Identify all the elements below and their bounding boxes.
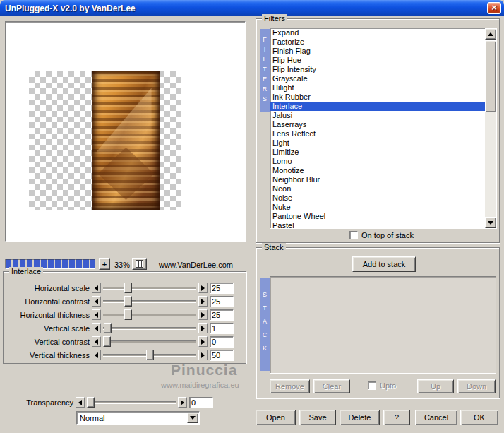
filter-item-light[interactable]: Light: [270, 138, 485, 148]
filter-item-factorize[interactable]: Factorize: [270, 37, 485, 47]
slider-row-horizontal-contrast: Horizontal contrast: [6, 295, 243, 308]
filter-item-neighbor-blur[interactable]: Neighbor Blur: [270, 175, 485, 184]
slider-value-input[interactable]: [210, 323, 234, 334]
filter-item-ink-rubber[interactable]: Ink Rubber: [270, 93, 485, 102]
slider-thumb[interactable]: [124, 283, 132, 293]
right-triangle-icon: [201, 299, 208, 304]
preview-panel[interactable]: [5, 21, 246, 242]
filter-item-flip-hue[interactable]: Flip Hue: [270, 56, 485, 65]
slider-value-input[interactable]: [189, 397, 213, 408]
slider-right-arrow[interactable]: [198, 323, 208, 333]
save-button[interactable]: Save: [299, 410, 336, 425]
filter-item-interlace[interactable]: Interlace: [270, 102, 485, 111]
slider-row-transparency: Transparency: [3, 396, 216, 409]
titlebar[interactable]: UnPlugged-X v2.0 by VanDerLee ×: [0, 0, 504, 16]
clear-button[interactable]: Clear: [313, 379, 350, 393]
slider-track[interactable]: [103, 322, 196, 334]
left-triangle-icon: [92, 285, 98, 291]
filter-item-grayscale[interactable]: Grayscale: [270, 74, 485, 83]
filter-item-nuke[interactable]: Nuke: [270, 203, 485, 212]
on-top-of-stack-label: On top of stack: [361, 231, 414, 239]
unplugged-x-dialog: UnPlugged-X v2.0 by VanDerLee × + 33% ww…: [0, 0, 504, 433]
slider-label: Vertical thickness: [6, 351, 90, 360]
slider-track[interactable]: [103, 295, 196, 307]
filter-item-neon[interactable]: Neon: [270, 184, 485, 194]
filter-item-finish-flag[interactable]: Finish Flag: [270, 47, 485, 56]
window-title: UnPlugged-X v2.0 by VanDerLee: [5, 4, 487, 13]
filter-item-laserrays[interactable]: Laserrays: [270, 120, 485, 129]
slider-left-arrow[interactable]: [92, 323, 101, 333]
stack-list[interactable]: [270, 276, 496, 374]
zoom-in-button[interactable]: +: [99, 258, 110, 270]
slider-value-input[interactable]: [210, 283, 234, 294]
slider-value-input[interactable]: [210, 296, 234, 307]
filter-item-monotize[interactable]: Monotize: [270, 166, 485, 175]
slider-track[interactable]: [103, 349, 196, 361]
upto-checkbox[interactable]: [368, 381, 376, 390]
slider-value-input[interactable]: [210, 350, 234, 361]
interlace-group: Interlace Horizontal scale Horizontal co…: [3, 271, 246, 364]
ok-button[interactable]: OK: [460, 410, 498, 425]
right-triangle-icon: [201, 285, 208, 291]
help-button[interactable]: ?: [383, 410, 410, 425]
slider-thumb[interactable]: [104, 323, 112, 333]
filter-item-jalusi[interactable]: Jalusi: [270, 111, 485, 120]
on-top-of-stack-checkbox[interactable]: [349, 231, 358, 239]
slider-left-arrow[interactable]: [92, 296, 101, 307]
slider-right-arrow[interactable]: [178, 397, 187, 408]
slider-right-arrow[interactable]: [198, 283, 208, 293]
dropdown-button[interactable]: [187, 413, 198, 423]
slider-right-arrow[interactable]: [198, 309, 208, 320]
filter-item-noise[interactable]: Noise: [270, 194, 485, 203]
slider-left-arrow[interactable]: [92, 336, 101, 347]
slider-right-arrow[interactable]: [198, 350, 208, 360]
slider-left-arrow[interactable]: [92, 350, 101, 360]
filter-item-pantone-wheel[interactable]: Pantone Wheel: [270, 212, 485, 221]
delete-button[interactable]: Delete: [340, 410, 380, 425]
slider-value-input[interactable]: [210, 309, 234, 321]
filter-item-lomo[interactable]: Lomo: [270, 157, 485, 166]
slider-value-input[interactable]: [210, 336, 234, 348]
filter-item-limitize[interactable]: Limitize: [270, 148, 485, 157]
filters-scrollbar[interactable]: [485, 28, 496, 228]
filters-listbox[interactable]: ExpandFactorizeFinish FlagFlip HueFlip I…: [270, 28, 497, 229]
open-button[interactable]: Open: [256, 410, 296, 425]
slider-track[interactable]: [103, 309, 196, 321]
filter-item-hilight[interactable]: Hilight: [270, 83, 485, 93]
slider-thumb[interactable]: [146, 350, 154, 360]
add-to-stack-button[interactable]: Add to stack: [352, 256, 416, 272]
slider-left-arrow[interactable]: [92, 309, 101, 320]
scrollbar-thumb[interactable]: [485, 40, 496, 112]
up-button[interactable]: Up: [417, 379, 454, 393]
scroll-up-button[interactable]: [485, 28, 496, 40]
watermark-site: www.maidiregrafica.eu: [161, 381, 239, 389]
filter-item-flip-intensity[interactable]: Flip Intensity: [270, 65, 485, 74]
slider-thumb[interactable]: [103, 336, 111, 347]
slider-row-vertical-scale: Vertical scale: [6, 321, 243, 335]
slider-track[interactable]: [87, 396, 176, 408]
slider-thumb[interactable]: [124, 296, 132, 307]
slider-right-arrow[interactable]: [198, 296, 208, 307]
remove-button[interactable]: Remove: [270, 379, 310, 393]
slider-left-arrow[interactable]: [92, 283, 101, 293]
slider-left-arrow[interactable]: [76, 397, 85, 408]
blend-mode-select[interactable]: Normal: [76, 411, 200, 425]
slider-thumb[interactable]: [87, 397, 95, 408]
keypad-button[interactable]: [132, 258, 147, 270]
scroll-down-button[interactable]: [485, 217, 496, 228]
filter-item-expand[interactable]: Expand: [270, 28, 485, 37]
slider-right-arrow[interactable]: [198, 336, 208, 347]
slider-track[interactable]: [103, 336, 196, 348]
close-button[interactable]: ×: [487, 2, 501, 14]
filter-item-pastel[interactable]: Pastel: [270, 221, 485, 228]
slider-row-vertical-thickness: Vertical thickness: [6, 348, 243, 362]
filter-item-lens-reflect[interactable]: Lens Reflect: [270, 129, 485, 138]
transparency-checkerboard: [29, 71, 181, 210]
down-button[interactable]: Down: [457, 379, 496, 393]
slider-thumb[interactable]: [124, 309, 132, 320]
slider-track[interactable]: [103, 282, 196, 294]
stack-group-label: Stack: [262, 243, 286, 251]
filters-vertical-label: FILTERS: [260, 29, 270, 112]
left-triangle-icon: [92, 299, 98, 304]
cancel-button[interactable]: Cancel: [415, 410, 457, 425]
